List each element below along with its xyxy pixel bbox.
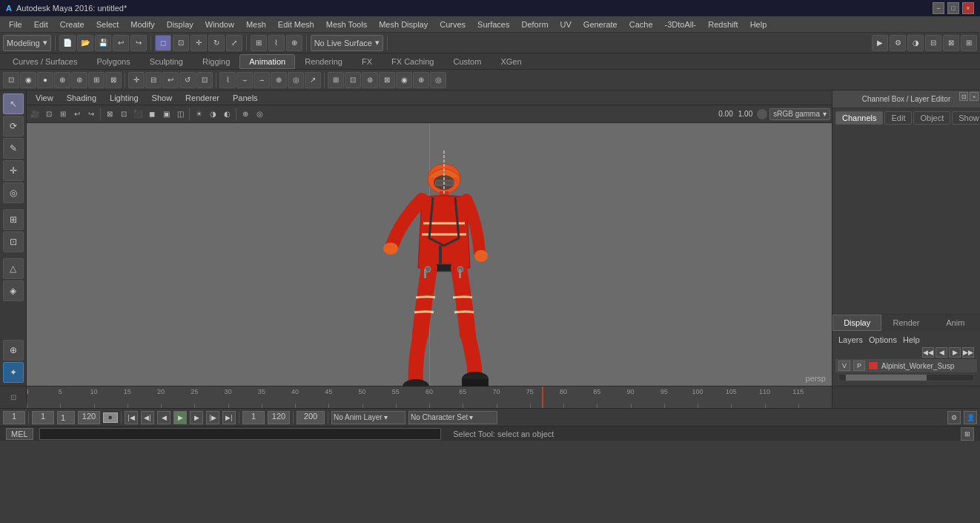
lasso-btn[interactable]: ⊡ (173, 35, 189, 51)
menu-select[interactable]: Select (90, 19, 125, 30)
anim-tool5[interactable]: ⊛ (71, 72, 87, 88)
anim-tool2[interactable]: ◉ (20, 72, 36, 88)
menu-create[interactable]: Create (54, 19, 90, 30)
prev-key-btn[interactable]: ◀| (141, 411, 154, 424)
layers-menu-help[interactable]: Help (903, 335, 920, 344)
anim-curve4[interactable]: ⊕ (271, 72, 287, 88)
timeline-playhead[interactable] (542, 387, 543, 408)
vp-cam-btn[interactable]: 🎥 (28, 108, 42, 121)
open-btn[interactable]: 📂 (77, 35, 93, 51)
menu-mesh-tools[interactable]: Mesh Tools (320, 19, 373, 30)
vp-display2-btn[interactable]: ◎ (253, 108, 266, 121)
anim-extra6[interactable]: ⊕ (413, 72, 429, 88)
anim-curve2[interactable]: ⌣ (236, 72, 253, 88)
menu-mesh[interactable]: Mesh (240, 19, 272, 30)
go-end-btn[interactable]: ▶| (222, 411, 236, 424)
title-bar-controls[interactable]: − □ × (933, 2, 974, 14)
menu-redshift[interactable]: Redshift (702, 19, 744, 30)
go-start-btn[interactable]: |◀ (125, 411, 138, 424)
cb-tab-show[interactable]: Show (952, 111, 980, 125)
anim-tool1[interactable]: ⊡ (3, 72, 19, 88)
modeling-dropdown[interactable]: Modeling ▾ (3, 35, 51, 51)
anim-tool4[interactable]: ⊕ (54, 72, 70, 88)
tab-rendering[interactable]: Rendering (295, 54, 352, 69)
vp-shading6-btn[interactable]: ◫ (173, 108, 187, 121)
menu-uv[interactable]: UV (554, 19, 577, 30)
snap-btn[interactable]: ⊡ (3, 231, 24, 252)
vp-light3-btn[interactable]: ◐ (220, 108, 234, 121)
anim-key1[interactable]: ✛ (128, 72, 145, 88)
viewport-menu-show[interactable]: Show (146, 93, 179, 103)
anim-extra5[interactable]: ◉ (396, 72, 412, 88)
vp-undo-btn[interactable]: ↩ (70, 108, 84, 121)
play-end-field[interactable]: 120 (268, 411, 290, 424)
vp-shading5-btn[interactable]: ▣ (159, 108, 173, 121)
tab-curves-surfaces[interactable]: Curves / Surfaces (3, 54, 87, 69)
anim-key5[interactable]: ⊡ (196, 72, 213, 88)
menu-curves[interactable]: Curves (434, 19, 471, 30)
anim-extra7[interactable]: ◎ (430, 72, 446, 88)
tab-fx[interactable]: FX (352, 54, 382, 69)
layer-arrow-right[interactable]: ▶ (949, 347, 961, 358)
rotate-btn[interactable]: ↻ (208, 35, 225, 51)
viewport-menu-shading[interactable]: Shading (61, 93, 102, 103)
vp-light1-btn[interactable]: ☀ (192, 108, 205, 121)
display-tab-anim[interactable]: Anim (931, 315, 980, 331)
display-tab-render[interactable]: Render (881, 315, 930, 331)
vp-display1-btn[interactable]: ⊕ (239, 108, 252, 121)
play-btn[interactable]: ▶ (173, 411, 187, 424)
select-btn[interactable]: ◻ (155, 35, 171, 51)
anim-extra3[interactable]: ⊛ (362, 72, 378, 88)
paint-tool-btn[interactable]: ✎ (3, 138, 24, 159)
anim-curve1[interactable]: ⌇ (219, 72, 236, 88)
range-end-field[interactable]: 200 (297, 411, 325, 424)
status-right-btn[interactable]: ⊞ (961, 427, 974, 441)
anim-extra2[interactable]: ⊡ (345, 72, 361, 88)
menu-help[interactable]: Help (744, 19, 773, 30)
prev-frame-btn[interactable]: ◀ (157, 411, 170, 424)
snap-point-btn[interactable]: ⊕ (286, 35, 302, 51)
tab-sculpting[interactable]: Sculpting (140, 54, 193, 69)
start-frame-box[interactable]: 1 (57, 411, 75, 424)
vp-light2-btn[interactable]: ◑ (206, 108, 219, 121)
tb-icons-right2[interactable]: ⊠ (943, 35, 959, 51)
minimize-button[interactable]: − (933, 2, 944, 14)
lasso-tool-btn[interactable]: ⟳ (3, 116, 24, 136)
tab-rigging[interactable]: Rigging (193, 54, 239, 69)
layer-scrollbar-thumb[interactable] (846, 375, 927, 381)
anim-tool3[interactable]: ● (37, 72, 53, 88)
snap-grid-btn[interactable]: ⊞ (251, 35, 267, 51)
anim-tool7[interactable]: ⊠ (105, 72, 122, 88)
menu-display[interactable]: Display (161, 19, 199, 30)
viewport-menu-lighting[interactable]: Lighting (104, 93, 145, 103)
menu-surfaces[interactable]: Surfaces (471, 19, 515, 30)
anim-key4[interactable]: ↺ (179, 72, 196, 88)
soft-select-btn[interactable]: ◎ (3, 182, 24, 203)
grid-display-btn[interactable]: ⊞ (3, 209, 24, 230)
vp-shading4-btn[interactable]: ◼ (145, 108, 159, 121)
layers-menu-options[interactable]: Options (869, 335, 897, 344)
anim-char-btn[interactable]: 👤 (964, 411, 977, 424)
close-button[interactable]: × (962, 2, 974, 14)
display-btn[interactable]: ◑ (907, 35, 924, 51)
menu-deform[interactable]: Deform (515, 19, 554, 30)
camera-view-btn[interactable]: △ (3, 258, 24, 279)
cb-tab-edit[interactable]: Edit (884, 111, 912, 125)
menu-file[interactable]: File (3, 19, 28, 30)
vp-shading3-btn[interactable]: ⬛ (131, 108, 145, 121)
select-tool-btn[interactable]: ↖ (3, 93, 24, 114)
frame-range-slider[interactable]: ■ (103, 412, 118, 423)
timeline-ruler[interactable]: 0510152025303540455055606570758085909510… (27, 387, 832, 408)
redo-btn[interactable]: ↪ (130, 35, 147, 51)
anim-tool6[interactable]: ⊞ (88, 72, 105, 88)
menu-generate[interactable]: Generate (577, 19, 623, 30)
snap-curve-btn[interactable]: ⌇ (268, 35, 285, 51)
current-frame-field[interactable]: 1 (3, 411, 25, 424)
layer-scrollbar[interactable] (838, 374, 974, 381)
tab-animation[interactable]: Animation (239, 54, 295, 69)
play-start-field[interactable]: 1 (242, 411, 265, 424)
move-tool-btn[interactable]: ✛ (3, 160, 24, 181)
tab-polygons[interactable]: Polygons (87, 54, 139, 69)
maximize-button[interactable]: □ (947, 2, 959, 14)
menu-cache[interactable]: Cache (623, 19, 659, 30)
